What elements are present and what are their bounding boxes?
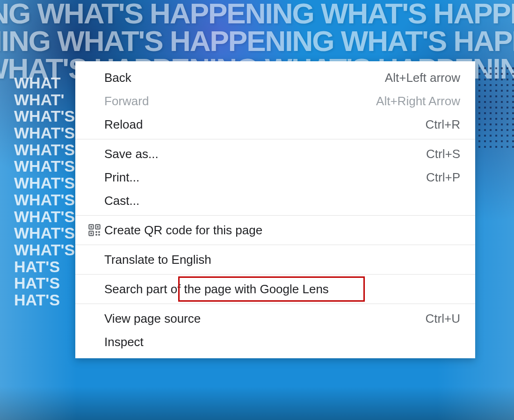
- menu-label: Reload: [104, 117, 426, 132]
- svg-rect-4: [97, 226, 99, 228]
- menu-item-inspect[interactable]: Inspect: [75, 330, 475, 354]
- menu-separator: [75, 245, 475, 245]
- menu-item-translate[interactable]: Translate to English: [75, 248, 475, 271]
- menu-shortcut: Alt+Right Arrow: [376, 94, 460, 109]
- menu-label: Forward: [104, 94, 376, 109]
- context-menu: Back Alt+Left arrow Forward Alt+Right Ar…: [75, 61, 475, 358]
- menu-label: Save as...: [104, 147, 426, 161]
- menu-label: Create QR code for this page: [104, 223, 460, 238]
- menu-label: Back: [104, 71, 385, 85]
- menu-label: Inspect: [104, 335, 460, 349]
- menu-shortcut: Ctrl+U: [426, 311, 460, 326]
- svg-rect-5: [90, 232, 92, 234]
- qr-code-icon: [85, 224, 104, 237]
- svg-rect-7: [98, 231, 100, 233]
- menu-item-view-source[interactable]: View page source Ctrl+U: [75, 307, 475, 330]
- menu-item-back[interactable]: Back Alt+Left arrow: [75, 66, 475, 89]
- svg-rect-3: [90, 226, 92, 228]
- menu-shortcut: Ctrl+S: [426, 147, 460, 161]
- halftone-pattern: [477, 65, 514, 150]
- menu-separator: [75, 304, 475, 304]
- menu-label: Search part of the page with Google Lens: [104, 282, 460, 297]
- menu-item-cast[interactable]: Cast...: [75, 189, 475, 212]
- menu-label: View page source: [104, 311, 426, 326]
- menu-item-create-qr[interactable]: Create QR code for this page: [75, 218, 475, 242]
- menu-label: Translate to English: [104, 253, 460, 267]
- menu-label: Cast...: [104, 194, 460, 208]
- menu-shortcut: Alt+Left arrow: [385, 71, 460, 85]
- menu-label: Print...: [104, 170, 426, 185]
- menu-item-save-as[interactable]: Save as... Ctrl+S: [75, 142, 475, 166]
- menu-shortcut: Ctrl+P: [426, 170, 460, 185]
- menu-separator: [75, 139, 475, 139]
- svg-rect-9: [98, 234, 100, 236]
- menu-item-reload[interactable]: Reload Ctrl+R: [75, 113, 475, 136]
- menu-shortcut: Ctrl+R: [426, 117, 460, 132]
- menu-item-google-lens[interactable]: Search part of the page with Google Lens: [75, 277, 475, 301]
- menu-separator: [75, 274, 475, 275]
- menu-item-print[interactable]: Print... Ctrl+P: [75, 166, 475, 189]
- menu-item-forward: Forward Alt+Right Arrow: [75, 89, 475, 113]
- svg-rect-6: [95, 231, 97, 233]
- menu-separator: [75, 215, 475, 216]
- svg-rect-8: [95, 234, 97, 236]
